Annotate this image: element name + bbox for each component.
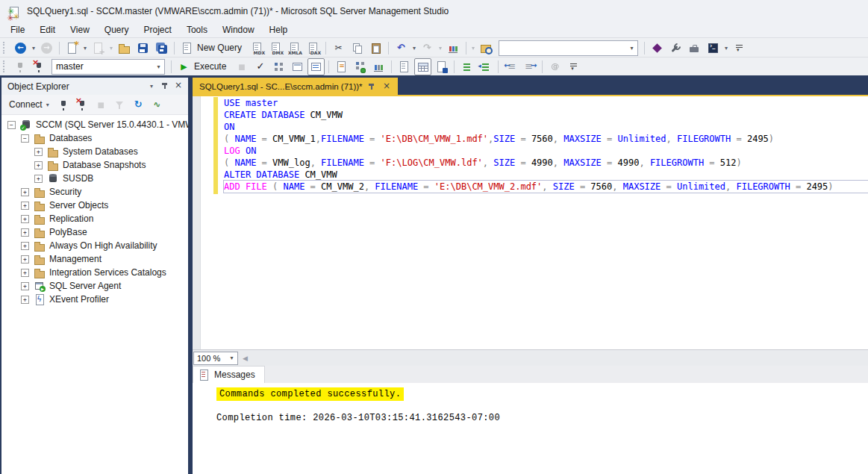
oe-refresh-button[interactable] [130, 96, 147, 113]
code-line-4[interactable]: ( NAME = CM_VMW_1,FILENAME = 'E:\DB\CM_V… [224, 133, 868, 145]
save-all-button[interactable] [153, 40, 170, 57]
database-selector[interactable]: master▾ [51, 59, 165, 75]
code-line-8[interactable]: ADD FILE ( NAME = CM_VMW_2, FILENAME = '… [224, 181, 868, 193]
navigate-backward-button[interactable] [12, 40, 29, 57]
actual-plan-toggle[interactable] [352, 58, 369, 75]
sql-editor[interactable]: USE masterCREATE DATABASE CM_VMWON( NAME… [193, 96, 868, 349]
execute-button[interactable]: Execute [175, 58, 231, 75]
cut-button[interactable] [330, 40, 347, 57]
copy-button[interactable] [349, 40, 366, 57]
expander-icon[interactable]: + [21, 188, 29, 196]
comment-selection-button[interactable] [458, 58, 475, 75]
menu-item-file[interactable]: File [3, 23, 32, 37]
menu-item-edit[interactable]: Edit [32, 23, 63, 37]
oe-disconnect-button[interactable] [74, 96, 91, 113]
expander-icon[interactable]: + [21, 282, 29, 290]
query-options-button[interactable] [289, 58, 306, 75]
expander-icon[interactable]: + [21, 202, 29, 210]
tree-item-sccm-sql-server-15-0-4430-1-vmwa[interactable]: −SCCM (SQL Server 15.0.4430.1 - VMWA [1, 118, 188, 131]
tree-item-sql-server-agent[interactable]: +SQL Server Agent [1, 279, 188, 293]
open-file-button[interactable] [116, 40, 133, 57]
panel-close-button[interactable] [172, 80, 185, 93]
save-button[interactable] [134, 40, 152, 57]
tree-item-databases[interactable]: −Databases [1, 131, 188, 145]
toolbox-button[interactable] [686, 40, 703, 57]
tree-item-system-databases[interactable]: +System Databases [1, 145, 188, 158]
menu-item-help[interactable]: Help [262, 23, 296, 37]
customize-button[interactable] [667, 40, 684, 57]
search-combobox-dropdown[interactable]: ▾ [626, 45, 637, 52]
paste-button[interactable] [367, 40, 384, 57]
tree-item-security[interactable]: +Security [1, 185, 188, 199]
code-line-5[interactable]: LOG ON [224, 145, 868, 157]
oe-connect-plug-button[interactable] [55, 96, 72, 113]
tree-item-server-objects[interactable]: +Server Objects [1, 199, 188, 212]
code-line-7[interactable]: ALTER DATABASE CM_VMW [224, 169, 868, 181]
estimated-plan-button[interactable] [270, 58, 287, 75]
new-project-button[interactable] [63, 40, 81, 57]
document-tab[interactable]: SQLQuery1.sql - SC...E\sccm.admin (71))* [193, 78, 398, 95]
code-line-3[interactable]: ON [224, 121, 868, 133]
menu-item-view[interactable]: View [63, 23, 97, 37]
dax-query-button[interactable]: DAX [305, 40, 322, 57]
parse-button[interactable] [252, 58, 269, 75]
menu-item-query[interactable]: Query [97, 23, 137, 37]
tab-pin-button[interactable] [366, 81, 378, 93]
uncomment-selection-button[interactable] [477, 58, 494, 75]
change-connection-button[interactable] [31, 58, 48, 75]
undo-dropdown[interactable]: ▾ [410, 45, 418, 52]
toolbar-options-button[interactable] [731, 40, 748, 57]
command-window-button[interactable] [705, 40, 722, 57]
expander-icon[interactable]: + [21, 269, 29, 277]
undo-button[interactable] [393, 40, 410, 57]
navigate-backward-dropdown[interactable]: ▾ [30, 45, 37, 52]
tree-item-replication[interactable]: +Replication [1, 212, 188, 225]
expander-icon[interactable]: + [21, 255, 29, 263]
code-line-2[interactable]: CREATE DATABASE CM_VMW [224, 109, 868, 121]
vs-launcher-button[interactable] [649, 40, 666, 57]
oe-activity-button[interactable] [149, 96, 166, 113]
tree-item-database-snapshots[interactable]: +Database Snapshots [1, 158, 188, 172]
results-to-text-button[interactable] [396, 58, 413, 75]
panel-menu-button[interactable]: ▾ [145, 80, 158, 93]
messages-pane[interactable]: Commands completed successfully. Complet… [193, 383, 868, 474]
tab-close-button[interactable] [381, 81, 393, 93]
expander-icon[interactable]: + [21, 296, 29, 304]
expander-icon[interactable]: − [7, 121, 16, 129]
new-project-dropdown[interactable]: ▾ [81, 45, 89, 52]
menu-item-window[interactable]: Window [215, 23, 262, 37]
results-to-grid-button[interactable] [414, 58, 431, 75]
new-query-button[interactable]: New Query [178, 40, 247, 57]
expander-icon[interactable]: − [21, 134, 29, 143]
template-parameters-button[interactable] [333, 58, 350, 75]
tree-item-always-on-high-availability[interactable]: +Always On High Availability [1, 239, 188, 252]
intellisense-toggle[interactable] [307, 58, 325, 75]
tree-item-susdb[interactable]: +SUSDB [1, 172, 188, 185]
panel-pin-button[interactable] [158, 80, 172, 93]
hscroll-left-button[interactable]: ◀ [243, 355, 248, 362]
menu-item-project[interactable]: Project [137, 23, 179, 37]
expander-icon[interactable]: + [21, 228, 29, 237]
search-combobox[interactable]: ▾ [499, 40, 638, 56]
menu-item-tools[interactable]: Tools [179, 23, 215, 37]
expander-icon[interactable]: + [34, 161, 43, 169]
client-statistics-toggle[interactable] [370, 58, 387, 75]
database-selector-dropdown[interactable]: ▾ [153, 63, 164, 70]
dmx-query-button[interactable]: DMX [267, 40, 284, 57]
oe-connect-button[interactable]: Connect ▾ [6, 98, 54, 111]
results-to-file-button[interactable] [433, 58, 450, 75]
tree-item-polybase[interactable]: +PolyBase [1, 225, 188, 239]
toolbar-options-button[interactable] [565, 58, 582, 75]
code-line-1[interactable]: USE master [224, 97, 868, 109]
expander-icon[interactable]: + [34, 148, 43, 156]
code-line-6[interactable]: ( NAME = VMW_log, FILENAME = 'F:\LOG\CM_… [224, 157, 868, 169]
expander-icon[interactable]: + [34, 175, 43, 183]
mdx-query-button[interactable]: MDX [249, 40, 266, 57]
xmla-query-button[interactable]: XMLA [286, 40, 303, 57]
object-search-button[interactable] [478, 40, 495, 57]
tree-item-integration-services-catalogs[interactable]: +Integration Services Catalogs [1, 266, 188, 279]
expander-icon[interactable]: + [21, 215, 29, 223]
zoom-level-selector[interactable]: 100 % ▾ [193, 352, 238, 365]
command-window-dropdown[interactable]: ▾ [722, 45, 730, 52]
tree-item-management[interactable]: +Management [1, 252, 188, 266]
